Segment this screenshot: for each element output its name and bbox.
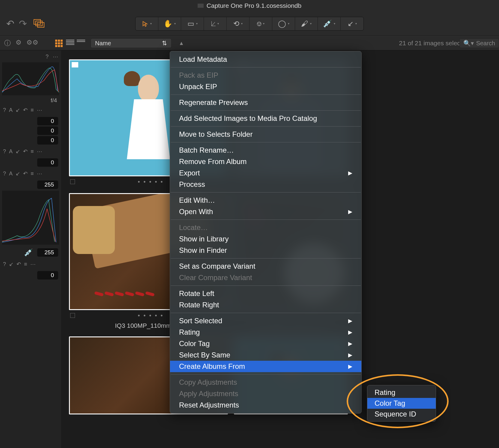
- menu-item-sort-selected[interactable]: Sort Selected▶: [170, 315, 361, 327]
- menu-item-select-by-same[interactable]: Select By Same▶: [170, 349, 361, 361]
- menu-item-label: Export: [179, 169, 200, 177]
- eyedropper-icon[interactable]: 💉: [24, 248, 33, 257]
- aperture-value: f/4: [0, 97, 61, 104]
- spot-tool[interactable]: ◯▾: [272, 17, 295, 30]
- menu-item-label: Rating: [179, 328, 200, 336]
- select-tool[interactable]: ▾: [136, 17, 158, 30]
- levels-hi[interactable]: 255: [37, 181, 58, 189]
- menu-item-label: Move to Selects Folder: [179, 130, 252, 139]
- menu-item-show-in-library[interactable]: Show in Library: [170, 233, 361, 245]
- submenu-arrow-icon: ▶: [348, 318, 352, 324]
- menu-item-rotate-left[interactable]: Rotate Left: [170, 288, 361, 299]
- more-icon[interactable]: ⋯: [53, 53, 58, 60]
- menu-item-edit-with[interactable]: Edit With…: [170, 195, 361, 206]
- param-a[interactable]: 0: [37, 117, 58, 125]
- keystone-tool[interactable]: ⎊▾: [250, 17, 272, 30]
- menu-item-label: Add Selected Images to Media Pro Catalog: [179, 114, 317, 123]
- menu-item-label: Color Tag: [179, 339, 210, 348]
- param-c[interactable]: 0: [37, 136, 58, 145]
- menu-item-label: Show in Finder: [179, 246, 227, 255]
- levels-curve[interactable]: [2, 191, 59, 245]
- thumbnail-checkbox[interactable]: [70, 179, 75, 184]
- doc-icon: [198, 4, 204, 8]
- window-title: Capture One Pro 9.1.cosessiondb: [207, 2, 301, 9]
- menu-item-label: Process: [179, 180, 205, 189]
- menu-item-remove-from-album[interactable]: Remove From Album: [170, 156, 361, 167]
- gear-icon[interactable]: ⚙: [16, 39, 22, 48]
- menu-item-pack-as-eip: Pack as EIP: [170, 70, 361, 81]
- pan-tool[interactable]: ✋▾: [158, 17, 181, 30]
- menu-item-clear-compare-variant: Clear Compare Variant: [170, 272, 361, 283]
- search-input[interactable]: 🔍▾ Search: [459, 38, 499, 48]
- submenu-arrow-icon: ▶: [348, 340, 352, 347]
- arrow-tool[interactable]: ↙▾: [341, 17, 363, 30]
- levels-val[interactable]: 255: [37, 248, 58, 257]
- menu-item-add-selected-images-to-media-pro-catalog[interactable]: Add Selected Images to Media Pro Catalog: [170, 113, 361, 124]
- sort-direction-icon[interactable]: ▲: [179, 40, 184, 46]
- menu-item-move-to-selects-folder[interactable]: Move to Selects Folder: [170, 129, 361, 140]
- menu-separator: [171, 285, 361, 286]
- menu-item-label: Create Albums From: [179, 362, 245, 371]
- info-icon[interactable]: ⓘ: [4, 39, 11, 48]
- search-icon: 🔍▾: [463, 40, 474, 47]
- sort-dropdown[interactable]: Name ⇅: [91, 38, 172, 48]
- menu-separator: [171, 192, 361, 193]
- menu-item-load-metadata[interactable]: Load Metadata: [170, 54, 361, 65]
- gears-icon[interactable]: ⚙⚙: [26, 39, 38, 48]
- menu-item-open-with[interactable]: Open With▶: [170, 206, 361, 217]
- menu-item-label: Select By Same: [179, 351, 230, 359]
- menu-item-label: Edit With…: [179, 196, 215, 205]
- submenu-arrow-icon: ▶: [348, 329, 352, 336]
- menu-separator: [171, 126, 361, 127]
- submenu-item-color-tag[interactable]: Color Tag: [367, 398, 436, 409]
- menu-item-rating[interactable]: Rating▶: [170, 327, 361, 338]
- menu-item-label: Remove From Album: [179, 157, 247, 166]
- list-view-icon[interactable]: [66, 40, 74, 47]
- menu-item-export[interactable]: Export▶: [170, 167, 361, 179]
- menu-item-label: Regenerate Previews: [179, 98, 248, 107]
- menu-item-label: Clear Compare Variant: [179, 273, 252, 282]
- menu-item-batch-rename[interactable]: Batch Rename…: [170, 145, 361, 156]
- menu-item-label: Rotate Right: [179, 301, 219, 309]
- menu-item-rotate-right[interactable]: Rotate Right: [170, 299, 361, 311]
- submenu-item-sequence-id[interactable]: Sequence ID: [367, 409, 436, 420]
- crop-tool[interactable]: ⟀▾: [204, 17, 227, 30]
- menu-item-set-as-compare-variant[interactable]: Set as Compare Variant: [170, 261, 361, 272]
- browser-toolbar: ⓘ ⚙ ⚙⚙ Name ⇅ ▲ 21 of 21 images selected…: [0, 36, 499, 50]
- brush-tool[interactable]: 🖌▾: [295, 17, 318, 30]
- submenu-item-rating[interactable]: Rating: [367, 387, 436, 398]
- param-e[interactable]: 0: [37, 271, 58, 279]
- menu-item-label: Copy Adjustments: [179, 378, 237, 387]
- rotate-tool[interactable]: ⟲▾: [227, 17, 250, 30]
- eyedropper-tool[interactable]: 💉▾: [318, 17, 341, 30]
- menu-item-regenerate-previews[interactable]: Regenerate Previews: [170, 97, 361, 108]
- menu-item-unpack-eip[interactable]: Unpack EIP: [170, 81, 361, 92]
- undo-icon[interactable]: ↶: [6, 19, 14, 28]
- thumbnail-checkbox[interactable]: [70, 313, 75, 318]
- menu-separator: [171, 313, 361, 313]
- variants-icon[interactable]: [34, 19, 44, 28]
- menu-item-show-in-finder[interactable]: Show in Finder: [170, 245, 361, 256]
- menu-item-process[interactable]: Process: [170, 179, 361, 190]
- menu-separator: [171, 258, 361, 258]
- menu-separator: [171, 220, 361, 220]
- menu-item-color-tag[interactable]: Color Tag▶: [170, 338, 361, 349]
- menu-item-reset-adjustments[interactable]: Reset Adjustments: [170, 399, 361, 411]
- menu-separator: [171, 67, 361, 67]
- grid-view-icon[interactable]: [55, 40, 64, 47]
- histogram: [2, 62, 59, 95]
- menu-item-create-albums-from[interactable]: Create Albums From▶: [170, 361, 361, 372]
- search-placeholder: Search: [476, 40, 495, 47]
- filmstrip-view-icon[interactable]: [77, 40, 85, 47]
- menu-separator: [171, 142, 361, 142]
- help-icon[interactable]: ?: [46, 54, 49, 60]
- window-titlebar: Capture One Pro 9.1.cosessiondb: [0, 0, 499, 11]
- param-d[interactable]: 0: [37, 158, 58, 167]
- menu-item-label: Load Metadata: [179, 55, 227, 64]
- menu-item-locate: Locate…: [170, 222, 361, 233]
- redo-icon[interactable]: ↷: [19, 19, 27, 28]
- param-b[interactable]: 0: [37, 127, 58, 135]
- loupe-tool[interactable]: ▭▾: [181, 17, 204, 30]
- submenu-arrow-icon: ▶: [348, 208, 352, 215]
- submenu-arrow-icon: ▶: [348, 363, 352, 370]
